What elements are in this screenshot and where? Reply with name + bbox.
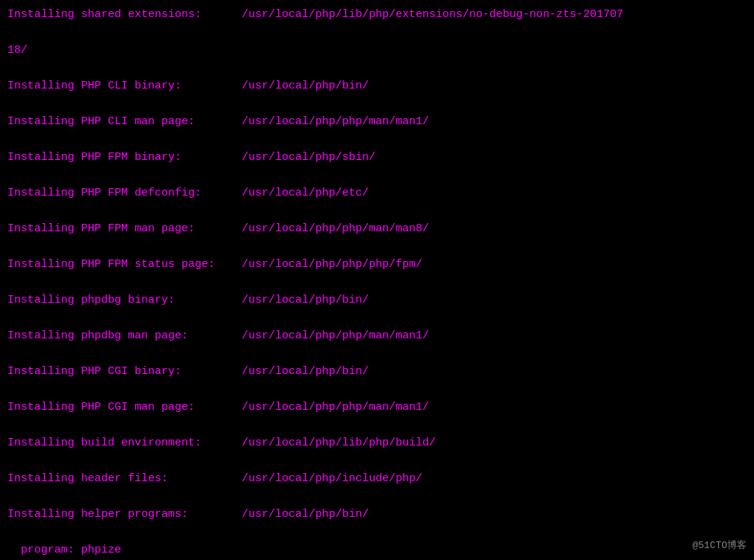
terminal-line: 18/	[7, 42, 747, 59]
terminal-line: program: phpize	[7, 541, 747, 559]
terminal-line: Installing helper programs: /usr/local/p…	[7, 506, 747, 524]
terminal-line: Installing phpdbg man page: /usr/local/p…	[7, 327, 747, 345]
terminal-line: Installing PHP FPM man page: /usr/local/…	[7, 220, 747, 238]
terminal-line: Installing PHP CGI man page: /usr/local/…	[7, 399, 747, 416]
terminal-line: Installing PHP CGI binary: /usr/local/ph…	[7, 363, 747, 381]
terminal-line: Installing build environment: /usr/local…	[7, 434, 747, 452]
terminal-line: Installing PHP FPM status page: /usr/loc…	[7, 256, 747, 274]
terminal-line: Installing shared extensions: /usr/local…	[7, 6, 747, 24]
terminal-line: Installing PHP CLI man page: /usr/local/…	[7, 113, 747, 131]
terminal-window: Installing shared extensions: /usr/local…	[0, 0, 754, 560]
terminal-line: Installing phpdbg binary: /usr/local/php…	[7, 292, 747, 309]
terminal-line: Installing PHP FPM defconfig: /usr/local…	[7, 184, 747, 202]
watermark: @51CTO博客	[692, 538, 747, 554]
terminal-line: Installing PHP CLI binary: /usr/local/ph…	[7, 77, 747, 95]
terminal-line: Installing PHP FPM binary: /usr/local/ph…	[7, 149, 747, 167]
terminal-output: Installing shared extensions: /usr/local…	[7, 6, 747, 560]
terminal-line: Installing header files: /usr/local/php/…	[7, 470, 747, 488]
